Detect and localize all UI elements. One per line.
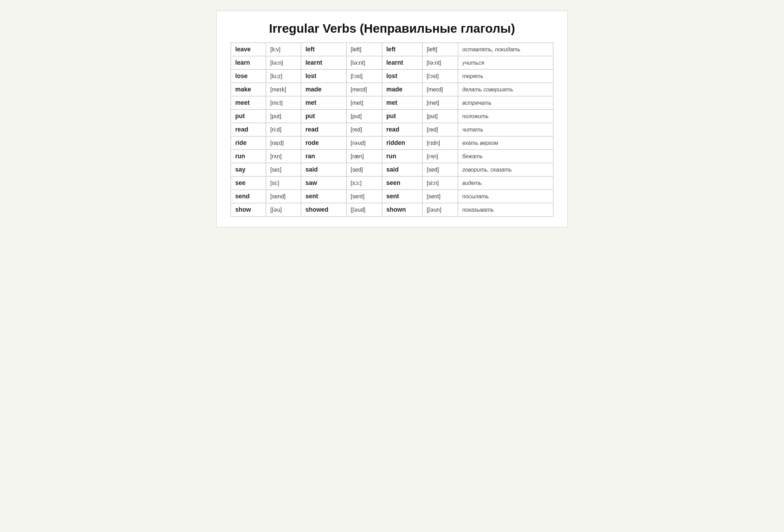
past-simple: read: [301, 123, 346, 136]
translation: говорить, сказать: [458, 163, 553, 177]
past-simple: learnt: [301, 56, 346, 70]
translation: положить: [458, 110, 553, 123]
past-simple-phonetic: [sent]: [346, 190, 382, 203]
base-phonetic: [rʌn]: [266, 150, 301, 163]
translation: ехать верхом: [458, 136, 553, 150]
table-row: send [send] sent [sent] sent [sent] посы…: [231, 190, 553, 203]
past-participle: run: [382, 150, 422, 163]
base-verb: leave: [231, 43, 266, 56]
past-participle-phonetic: [ʃəun]: [422, 203, 458, 217]
table-row: run [rʌn] ran [ræn] run [rʌn] бежать: [231, 150, 553, 163]
past-participle-phonetic: [sed]: [422, 163, 458, 177]
table-row: learn [ləːn] learnt [ləːnt] learnt [ləːn…: [231, 56, 553, 70]
past-participle-phonetic: [met]: [422, 96, 458, 110]
base-verb: lose: [231, 70, 266, 83]
past-simple-phonetic: [meɪd]: [346, 83, 382, 96]
past-simple-phonetic: [put]: [346, 110, 382, 123]
base-phonetic: [ləːn]: [266, 56, 301, 70]
table-row: say [seɪ] said [sed] said [sed] говорить…: [231, 163, 553, 177]
translation: читать: [458, 123, 553, 136]
past-participle-phonetic: [siːn]: [422, 177, 458, 190]
past-participle-phonetic: [ləːnt]: [422, 56, 458, 70]
translation: видеть: [458, 177, 553, 190]
past-participle: sent: [382, 190, 422, 203]
base-phonetic: [riːd]: [266, 123, 301, 136]
past-simple: said: [301, 163, 346, 177]
past-simple: left: [301, 43, 346, 56]
past-simple-phonetic: [sɔː]: [346, 177, 382, 190]
past-participle: shown: [382, 203, 422, 217]
past-simple: met: [301, 96, 346, 110]
verbs-table: leave [liːv] left [left] left [left] ост…: [231, 43, 553, 217]
table-row: put [put] put [put] put [put] положить: [231, 110, 553, 123]
base-verb: put: [231, 110, 266, 123]
translation: бежать: [458, 150, 553, 163]
base-phonetic: [ʃəu]: [266, 203, 301, 217]
base-phonetic: [seɪ]: [266, 163, 301, 177]
base-verb: send: [231, 190, 266, 203]
base-phonetic: [raɪd]: [266, 136, 301, 150]
base-verb: meet: [231, 96, 266, 110]
past-simple-phonetic: [rəud]: [346, 136, 382, 150]
past-simple-phonetic: [red]: [346, 123, 382, 136]
past-simple-phonetic: [lɔst]: [346, 70, 382, 83]
past-simple: rode: [301, 136, 346, 150]
past-simple-phonetic: [met]: [346, 96, 382, 110]
past-simple: showed: [301, 203, 346, 217]
past-participle: learnt: [382, 56, 422, 70]
translation: учиться: [458, 56, 553, 70]
past-simple: sent: [301, 190, 346, 203]
past-participle-phonetic: [meɪd]: [422, 83, 458, 96]
table-row: lose [luːz] lost [lɔst] lost [lɔst] теря…: [231, 70, 553, 83]
translation: делать совершать: [458, 83, 553, 96]
past-participle: read: [382, 123, 422, 136]
past-participle: put: [382, 110, 422, 123]
past-simple: made: [301, 83, 346, 96]
past-participle-phonetic: [put]: [422, 110, 458, 123]
page-title: Irregular Verbs (Неправильные глаголы): [231, 21, 553, 36]
base-verb: run: [231, 150, 266, 163]
base-verb: say: [231, 163, 266, 177]
table-row: meet [miːt] met [met] met [met] встречат…: [231, 96, 553, 110]
translation: оставлять, покидать: [458, 43, 553, 56]
table-row: read [riːd] read [red] read [red] читать: [231, 123, 553, 136]
past-simple: put: [301, 110, 346, 123]
base-phonetic: [liːv]: [266, 43, 301, 56]
past-participle-phonetic: [sent]: [422, 190, 458, 203]
base-phonetic: [send]: [266, 190, 301, 203]
table-row: leave [liːv] left [left] left [left] ост…: [231, 43, 553, 56]
base-phonetic: [luːz]: [266, 70, 301, 83]
translation: терять: [458, 70, 553, 83]
past-participle: made: [382, 83, 422, 96]
past-participle: lost: [382, 70, 422, 83]
base-verb: see: [231, 177, 266, 190]
base-phonetic: [meɪk]: [266, 83, 301, 96]
base-phonetic: [siː]: [266, 177, 301, 190]
table-row: see [siː] saw [sɔː] seen [siːn] видеть: [231, 177, 553, 190]
base-verb: learn: [231, 56, 266, 70]
table-row: ride [raɪd] rode [rəud] ridden [rɪdn] ех…: [231, 136, 553, 150]
base-verb: make: [231, 83, 266, 96]
past-participle: left: [382, 43, 422, 56]
base-verb: read: [231, 123, 266, 136]
past-participle-phonetic: [lɔst]: [422, 70, 458, 83]
past-simple-phonetic: [left]: [346, 43, 382, 56]
base-verb: ride: [231, 136, 266, 150]
base-phonetic: [put]: [266, 110, 301, 123]
past-simple-phonetic: [ləːnt]: [346, 56, 382, 70]
past-simple-phonetic: [ʃəud]: [346, 203, 382, 217]
translation: показывать: [458, 203, 553, 217]
past-participle: ridden: [382, 136, 422, 150]
translation: посылать: [458, 190, 553, 203]
table-row: show [ʃəu] showed [ʃəud] shown [ʃəun] по…: [231, 203, 553, 217]
page-container: Irregular Verbs (Неправильные глаголы) l…: [216, 11, 568, 227]
past-participle-phonetic: [rɪdn]: [422, 136, 458, 150]
past-participle: said: [382, 163, 422, 177]
base-verb: show: [231, 203, 266, 217]
past-simple: ran: [301, 150, 346, 163]
past-participle-phonetic: [red]: [422, 123, 458, 136]
past-simple: saw: [301, 177, 346, 190]
base-phonetic: [miːt]: [266, 96, 301, 110]
past-participle: seen: [382, 177, 422, 190]
past-participle: met: [382, 96, 422, 110]
